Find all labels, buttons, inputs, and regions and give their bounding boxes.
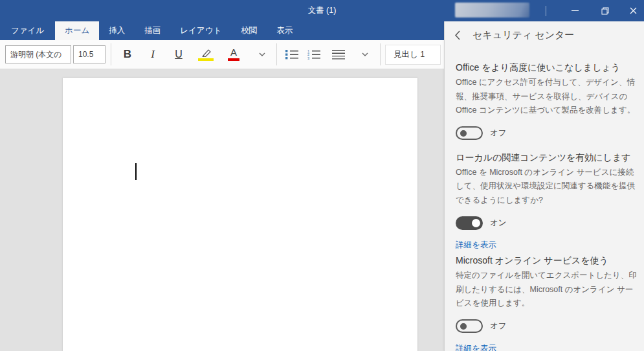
highlight-button[interactable] bbox=[194, 44, 218, 65]
local-content-toggle[interactable] bbox=[456, 216, 483, 230]
highlight-color-bar bbox=[198, 58, 214, 61]
numbered-list-icon: 1 2 3 bbox=[307, 49, 321, 60]
document-page[interactable] bbox=[63, 78, 417, 351]
toggle-knob bbox=[472, 219, 480, 227]
tab-file[interactable]: ファイル bbox=[0, 21, 55, 40]
online-services-toggle[interactable] bbox=[456, 319, 483, 333]
titlebar-divider bbox=[546, 6, 546, 16]
font-color-icon: A bbox=[230, 48, 237, 57]
document-area bbox=[0, 69, 444, 351]
chevron-down-icon bbox=[362, 52, 368, 56]
pane-header: セキュリティ センター bbox=[456, 28, 636, 42]
chevron-down-icon bbox=[259, 52, 265, 56]
toggle-state-label: オン bbox=[490, 218, 507, 229]
toggle-row: オフ bbox=[456, 126, 636, 141]
toggle-row: オフ bbox=[456, 319, 636, 334]
svg-text:3: 3 bbox=[307, 56, 309, 60]
close-button[interactable] bbox=[623, 0, 644, 21]
minimize-icon bbox=[572, 10, 579, 11]
style-gallery-item-heading1[interactable]: 見出し 1 bbox=[385, 45, 441, 65]
tab-review[interactable]: 校閲 bbox=[231, 21, 267, 40]
align-justify-icon bbox=[331, 49, 346, 60]
section-title: ローカルの関連コンテンツを有効にします bbox=[456, 152, 636, 164]
bullet-list-icon bbox=[285, 49, 299, 60]
numbered-list-button[interactable]: 1 2 3 bbox=[304, 44, 324, 65]
toggle-state-label: オフ bbox=[490, 128, 507, 139]
toggle-state-label: オフ bbox=[490, 321, 507, 332]
tab-view[interactable]: 表示 bbox=[267, 21, 302, 40]
window-title: 文書 (1) bbox=[0, 0, 644, 21]
ribbon-tabs: ファイル ホーム 挿入 描画 レイアウト 校閲 表示 bbox=[0, 21, 444, 40]
account-name-redacted bbox=[455, 3, 529, 17]
section-title: Office をより高度に使いこなしましょう bbox=[456, 62, 636, 74]
underline-button[interactable]: U bbox=[169, 44, 188, 65]
toggle-knob bbox=[460, 130, 467, 137]
font-options-dropdown[interactable] bbox=[254, 44, 271, 65]
restore-icon bbox=[601, 7, 609, 15]
tab-draw[interactable]: 描画 bbox=[135, 21, 170, 40]
justify-button[interactable] bbox=[328, 44, 349, 65]
section-description: Office を Microsoft のオンライン サービスに接続して、使用状況… bbox=[456, 166, 638, 208]
ribbon-separator bbox=[276, 43, 277, 65]
underline-icon: U bbox=[175, 49, 183, 60]
italic-button[interactable]: I bbox=[143, 44, 162, 65]
font-color-bar bbox=[228, 58, 239, 61]
titlebar: 文書 (1) bbox=[0, 0, 644, 21]
text-cursor bbox=[135, 163, 137, 180]
ribbon-toolbar: 游明朝 (本文の 10.5 B I U A 1 bbox=[0, 40, 444, 69]
bold-icon: B bbox=[124, 48, 131, 61]
highlighter-icon bbox=[199, 48, 212, 57]
font-size-input[interactable]: 10.5 bbox=[73, 45, 105, 63]
section-description: Office にアクセス許可を付与して、デザイン、情報、推奨事項、サービスを取得… bbox=[456, 76, 638, 118]
section-title: Microsoft オンライン サービスを使う bbox=[456, 255, 636, 267]
close-icon bbox=[630, 7, 637, 14]
restore-button[interactable] bbox=[592, 0, 618, 21]
minimize-button[interactable] bbox=[562, 0, 588, 21]
ribbon-separator bbox=[380, 43, 381, 65]
bold-button[interactable]: B bbox=[118, 44, 137, 65]
section-description: 特定のファイルを開いてエクスポートしたり、印刷したりするには、Microsoft… bbox=[456, 269, 638, 311]
toggle-knob bbox=[460, 323, 467, 330]
chevron-left-icon bbox=[454, 30, 460, 40]
ribbon-separator bbox=[111, 43, 111, 65]
font-name-input[interactable]: 游明朝 (本文の bbox=[5, 45, 71, 63]
show-details-link[interactable]: 詳細を表示 bbox=[456, 343, 496, 351]
paragraph-options-dropdown[interactable] bbox=[357, 44, 373, 65]
office-improve-toggle[interactable] bbox=[456, 126, 483, 140]
italic-icon: I bbox=[151, 48, 155, 61]
show-details-link[interactable]: 詳細を表示 bbox=[456, 240, 496, 251]
tab-home[interactable]: ホーム bbox=[55, 21, 99, 40]
tab-layout[interactable]: レイアウト bbox=[170, 21, 231, 40]
pane-title: セキュリティ センター bbox=[472, 29, 574, 41]
toggle-row: オン bbox=[456, 216, 636, 230]
bullet-list-button[interactable] bbox=[282, 44, 302, 65]
font-color-button[interactable]: A bbox=[223, 44, 245, 65]
security-center-pane: セキュリティ センター Office をより高度に使いこなしましょう Offic… bbox=[444, 21, 644, 351]
back-button[interactable] bbox=[454, 28, 469, 42]
tab-insert[interactable]: 挿入 bbox=[99, 21, 135, 40]
